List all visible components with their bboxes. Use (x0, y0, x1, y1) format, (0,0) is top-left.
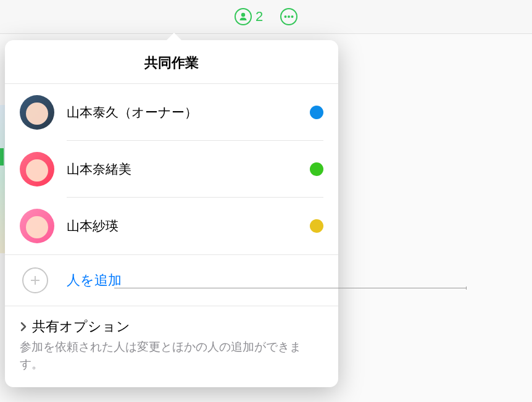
collaboration-popover: 共同作業 山本泰久（オーナー） 山本奈緒美 山本紗瑛 人を追加 (5, 40, 338, 387)
svg-point-3 (291, 15, 294, 18)
participant-name: 山本奈緒美 (67, 161, 310, 178)
popover-header: 共同作業 (5, 40, 338, 84)
share-options-section[interactable]: 共有オプション 参加を依頼された人は変更とほかの人の追加ができます。 (5, 306, 338, 387)
add-person-label: 人を追加 (67, 271, 122, 290)
svg-point-0 (241, 13, 245, 17)
ellipsis-icon (284, 15, 294, 18)
collaborate-button[interactable]: 2 (235, 8, 263, 25)
share-options-title: 共有オプション (32, 317, 130, 336)
avatar (20, 209, 54, 243)
chevron-right-icon (20, 322, 27, 332)
callout-line (114, 288, 466, 288)
participant-list: 山本泰久（オーナー） 山本奈緒美 山本紗瑛 (5, 84, 338, 254)
more-button[interactable] (280, 8, 297, 25)
status-dot (310, 219, 323, 233)
participant-row[interactable]: 山本泰久（オーナー） (5, 84, 338, 141)
plus-icon (22, 267, 48, 293)
add-person-button[interactable]: 人を追加 (5, 255, 338, 306)
status-dot (310, 106, 323, 119)
svg-point-2 (288, 15, 290, 18)
status-dot (310, 162, 323, 176)
toolbar: 2 (0, 0, 532, 34)
share-options-description: 参加を依頼された人は変更とほかの人の追加ができます。 (20, 338, 323, 372)
people-count: 2 (256, 9, 263, 25)
popover-title: 共同作業 (5, 54, 338, 72)
participant-name: 山本泰久（オーナー） (67, 104, 310, 121)
participant-row[interactable]: 山本紗瑛 (5, 198, 338, 254)
svg-point-1 (285, 15, 287, 18)
participant-name: 山本紗瑛 (67, 217, 310, 235)
participant-row[interactable]: 山本奈緒美 (5, 141, 338, 198)
avatar (20, 95, 54, 130)
avatar (20, 152, 54, 186)
people-icon (235, 8, 252, 25)
